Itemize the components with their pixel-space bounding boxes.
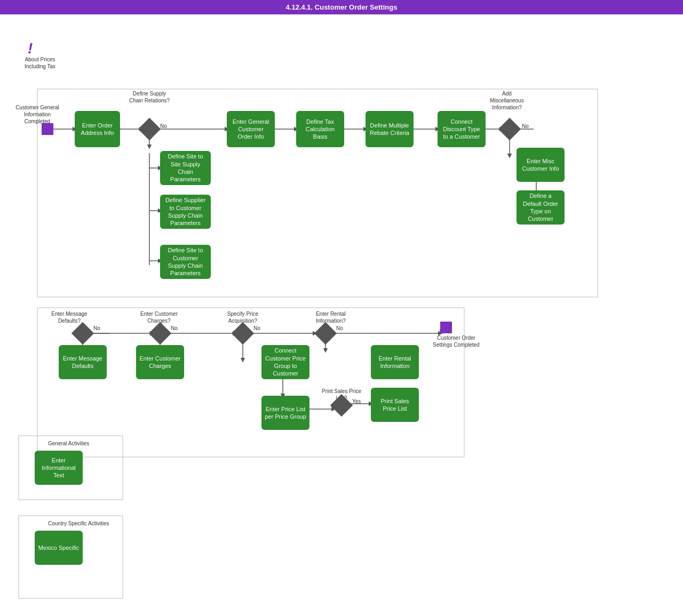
enter-rental-label: Enter Rental Information? [309,310,352,324]
country-activities-label: Country Specific Activities [48,520,109,527]
print-sales-yes: Yes [352,398,361,404]
message-no: No [93,325,100,331]
enter-informational-box[interactable]: Enter Informational Text [35,451,83,485]
define-supply-chain-label: Define Supply Chain Relations? [128,90,171,104]
rental-no: No [336,325,343,331]
connect-customer-price-box[interactable]: Connect Customer Price Group to Customer [261,345,309,379]
enter-general-customer-box[interactable]: Enter General Customer Order Info [227,111,275,147]
enter-message-defaults-box[interactable]: Enter Message Defaults [59,345,107,379]
add-misc-label: Add Miscellaneous Information? [486,90,528,111]
rental-diamond [314,322,337,345]
general-activities-label: General Activities [48,440,89,447]
define-multiple-rebate-box[interactable]: Define Multiple Rebate Criteria [366,111,414,147]
customer-order-completed-square [440,322,452,333]
enter-price-list-box[interactable]: Enter Price List per Price Group [261,396,309,430]
define-tax-box[interactable]: Define Tax Calculation Basis [296,111,344,147]
enter-message-defaults-label: Enter Message Defaults? [48,310,91,324]
define-site-customer-box[interactable]: Define Site to Customer Supply Chain Par… [160,245,211,279]
enter-rental-box[interactable]: Enter Rental Information [371,345,419,379]
about-prices-label: About Prices Including Tax [16,56,64,70]
customer-charges-no: No [171,325,178,331]
mexico-specific-box[interactable]: Mexico Specific [35,531,83,565]
customer-charges-diamond [149,322,171,345]
add-misc-no: No [522,123,529,129]
customer-general-label: Customer General Information Completed [11,104,64,125]
add-misc-diamond [498,118,521,140]
customer-general-start [42,123,53,135]
exclamation-icon: ! [28,40,33,57]
title-bar: 4.12.4.1. Customer Order Settings [0,0,683,14]
message-defaults-diamond [72,322,94,345]
price-acquisition-no: No [253,325,260,331]
define-default-order-box[interactable]: Define a Default Order Type on Customer [517,190,565,225]
supply-chain-no: No [160,123,167,129]
price-acquisition-diamond [232,322,254,345]
enter-misc-customer-box[interactable]: Enter Misc Customer Info [517,148,565,182]
print-sales-box[interactable]: Print Sales Price List [371,388,419,422]
supply-chain-diamond [138,118,161,140]
page-title: 4.12.4.1. Customer Order Settings [286,3,398,11]
connect-discount-box[interactable]: Connect Discount Type to a Customer [438,111,486,147]
define-supplier-customer-box[interactable]: Define Supplier to Customer Supply Chain… [160,195,211,229]
customer-order-completed-label: Customer Order Settings Completed [432,334,480,348]
define-site-site-box[interactable]: Define Site to Site Supply Chain Paramet… [160,151,211,185]
enter-order-address-box[interactable]: Enter Order Address Info [75,111,120,147]
enter-customer-charges-box[interactable]: Enter Customer Charges [136,345,184,379]
diagram-container: ! About Prices Including Tax Customer Ge… [0,14,683,616]
